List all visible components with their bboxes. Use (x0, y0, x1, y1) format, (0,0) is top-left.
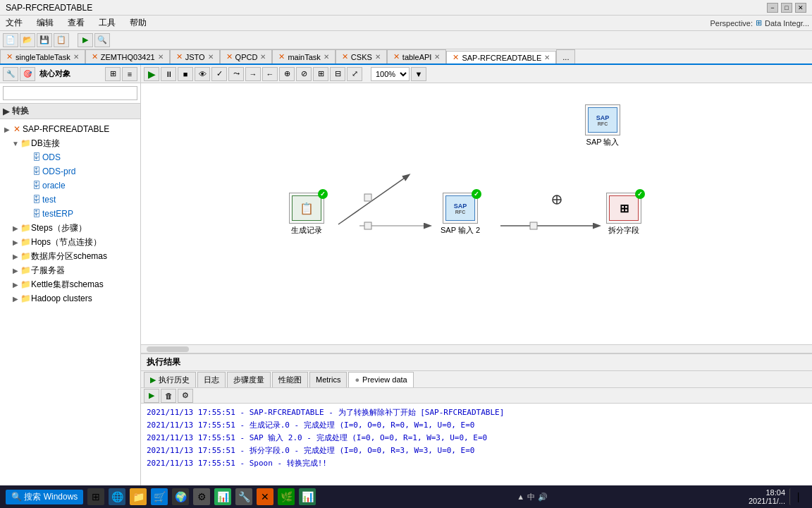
node-gen-record[interactable]: ✓ 📋 生成记录 (289, 193, 324, 236)
tree-node-oracle[interactable]: 🗄 oracle (0, 179, 140, 193)
taskbar-ie[interactable]: 🌐 (109, 488, 125, 505)
menu-edit[interactable]: 编辑 (34, 16, 56, 30)
zoom-dropdown-btn[interactable]: ▼ (411, 67, 426, 81)
maximize-btn[interactable]: □ (781, 3, 792, 13)
taskbar-store[interactable]: 🛒 (151, 488, 168, 505)
node-box-sap-input-1[interactable]: SAP RFC (585, 104, 620, 135)
node-box-split[interactable]: ✓ ⊞ (606, 193, 641, 224)
sidebar-btn1[interactable]: 🔧 (3, 67, 18, 81)
run-canvas-btn[interactable]: ▶ (144, 67, 159, 81)
tree-node-db-connect[interactable]: ▼ 📁 DB连接 (0, 136, 140, 150)
result-tab-perf[interactable]: 性能图 (272, 372, 308, 387)
expand-btn[interactable]: ⊞ (313, 67, 328, 81)
close-btn[interactable]: ✕ (795, 3, 806, 13)
canvas-hscrollbar[interactable] (141, 344, 812, 353)
taskbar-excel[interactable]: 📊 (299, 488, 316, 505)
arrow-right-btn[interactable]: → (245, 67, 261, 81)
tab-close-sap[interactable]: ✕ (544, 54, 550, 61)
results-run-btn[interactable]: ▶ (144, 389, 159, 403)
tree-node-test[interactable]: 🗄 test (0, 193, 140, 207)
tab-zemthq[interactable]: ✕ ZEMTHQ03421 ✕ (85, 49, 170, 64)
taskbar-app3[interactable]: 🔧 (235, 488, 252, 505)
save-btn[interactable]: 💾 (37, 33, 52, 47)
tree-node-ods[interactable]: 🗄 ODS (0, 150, 140, 164)
step-btn[interactable]: ⤳ (228, 67, 244, 81)
node-box-sap-2[interactable]: ✓ SAP RFC (443, 193, 478, 224)
taskbar-app4[interactable]: ✕ (257, 488, 273, 505)
file-icon-testerp: 🗄 (31, 209, 42, 219)
debug-btn[interactable]: 🔍 (94, 33, 110, 47)
node-sap-input-2[interactable]: ✓ SAP RFC SAP 输入 2 (441, 193, 480, 236)
save-as-btn[interactable]: 📋 (54, 33, 69, 47)
taskbar-show-desktop[interactable]: | (789, 488, 806, 505)
result-tab-history[interactable]: ▶ 执行历史 (144, 372, 196, 387)
fullscreen-btn[interactable]: ⤢ (347, 67, 362, 81)
menu-file[interactable]: 文件 (3, 16, 25, 30)
taskbar-app1[interactable]: ⚙ (193, 488, 210, 505)
tree-node-subservers[interactable]: ▶ 📁 子服务器 (0, 263, 140, 277)
result-tab-metrics[interactable]: Metrics (309, 372, 347, 387)
results-settings-btn[interactable]: ⚙ (178, 389, 193, 403)
result-tab-log[interactable]: 日志 (197, 372, 226, 387)
taskbar-folder[interactable]: 📁 (130, 488, 147, 505)
tab-close-main[interactable]: ✕ (324, 53, 329, 61)
taskbar-chrome[interactable]: 🌍 (172, 488, 189, 505)
menu-help[interactable]: 帮助 (127, 16, 149, 30)
tab-more[interactable]: ... (556, 49, 575, 64)
sidebar-layout-btn2[interactable]: ≡ (122, 67, 137, 81)
tree-node-ods-prd[interactable]: 🗄 ODS-prd (0, 164, 140, 179)
tray-lang[interactable]: 中 (527, 492, 535, 502)
tab-close-csks[interactable]: ✕ (375, 53, 381, 61)
minimize-btn[interactable]: − (767, 3, 778, 13)
tab-sap-rfc[interactable]: ✕ SAP-RFCREADTABLE ✕ (446, 51, 556, 65)
sidebar-search-input[interactable] (3, 86, 137, 100)
taskbar-app2[interactable]: 📊 (214, 488, 231, 505)
tab-close-jsto[interactable]: ✕ (208, 53, 214, 61)
sidebar-layout-btn1[interactable]: ⊞ (105, 67, 121, 81)
preview-btn[interactable]: 👁 (195, 67, 210, 81)
check-btn[interactable]: ✓ (211, 67, 227, 81)
node-sap-input-1[interactable]: SAP RFC SAP 输入 (585, 104, 620, 147)
results-clear-btn[interactable]: 🗑 (161, 389, 176, 403)
stop-btn[interactable]: ■ (178, 67, 193, 81)
tree-node-hops[interactable]: ▶ 📁 Hops（节点连接） (0, 235, 140, 249)
run-btn[interactable]: ▶ (78, 33, 93, 47)
tree-node-db-schemas[interactable]: ▶ 📁 数据库分区schemas (0, 249, 140, 263)
menu-tools[interactable]: 工具 (96, 16, 118, 30)
new-btn[interactable]: 📄 (3, 33, 18, 47)
tab-tableapi[interactable]: ✕ tableAPI ✕ (387, 49, 447, 64)
tab-close-qpcd[interactable]: ✕ (260, 53, 266, 61)
tab-maintask[interactable]: ✕ mainTask ✕ (272, 49, 335, 64)
tab-close-table[interactable]: ✕ (434, 53, 440, 61)
tree-node-hadoop[interactable]: ▶ 📁 Hadoop clusters (0, 291, 140, 306)
tab-jsto[interactable]: ✕ JSTO ✕ (170, 49, 220, 64)
tree-node-kettle[interactable]: ▶ 📁 Kettle集群schemas (0, 277, 140, 291)
hscroll-thumb[interactable] (147, 346, 189, 352)
result-tab-steps[interactable]: 步骤度量 (227, 372, 271, 387)
collapse-btn[interactable]: ⊟ (330, 67, 345, 81)
tab-single-table-task[interactable]: ✕ singleTableTask ✕ (0, 49, 85, 64)
tree-label-ods: ODS (42, 152, 137, 162)
tab-qpcd[interactable]: ✕ QPCD ✕ (220, 49, 273, 64)
taskbar-taskview[interactable]: ⊞ (87, 488, 104, 505)
arrow-left-btn[interactable]: ← (262, 67, 278, 81)
filter-btn[interactable]: ⊘ (296, 67, 312, 81)
tree-node-steps[interactable]: ▶ 📁 Steps（步骤） (0, 221, 140, 235)
tab-close-single[interactable]: ✕ (73, 53, 79, 61)
inject-btn[interactable]: ⊕ (279, 67, 295, 81)
open-btn[interactable]: 📂 (20, 33, 35, 47)
taskbar-start[interactable]: 🔍 搜索 Windows (6, 490, 83, 504)
tab-csks[interactable]: ✕ CSKS ✕ (336, 49, 387, 64)
taskbar-app5[interactable]: 🌿 (278, 488, 295, 505)
tab-close-zemthq[interactable]: ✕ (158, 53, 164, 61)
sidebar-btn2[interactable]: 🎯 (20, 67, 35, 81)
pause-btn[interactable]: ⏸ (161, 67, 176, 81)
tree-node-sap-rfcreadtable[interactable]: ▶ ✕ SAP-RFCREADTABLE (0, 122, 140, 136)
node-split-field[interactable]: ✓ ⊞ 拆分字段 (606, 193, 641, 236)
result-tab-preview[interactable]: ● Preview data (348, 372, 413, 387)
tree-node-testERP[interactable]: 🗄 testERP (0, 207, 140, 221)
menu-view[interactable]: 查看 (65, 16, 87, 30)
node-box-gen[interactable]: ✓ 📋 (289, 193, 324, 224)
zoom-select[interactable]: 100% 75% 50% 125% 150% (371, 67, 410, 81)
flow-canvas[interactable]: SAP RFC SAP 输入 ✓ 📋 生成记录 (141, 83, 812, 353)
